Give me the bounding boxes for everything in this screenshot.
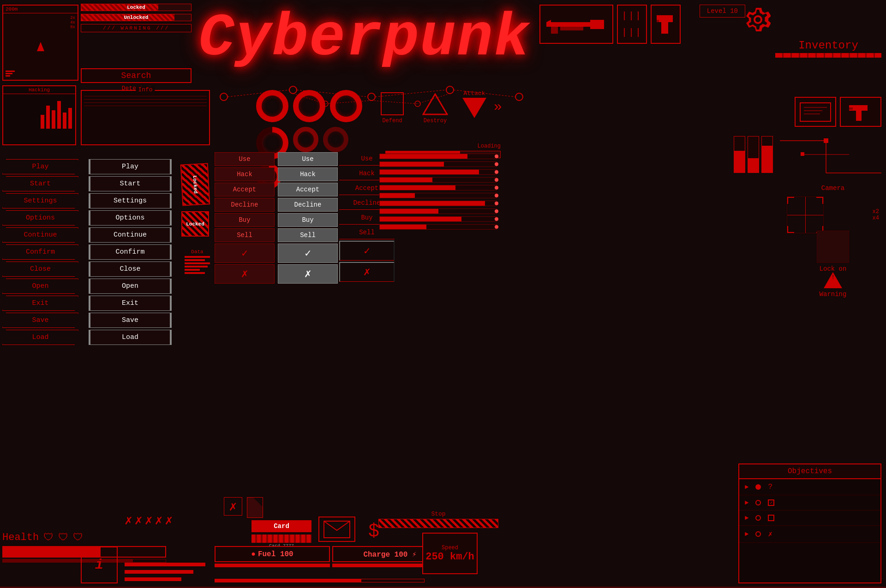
play-button-mid[interactable]: Play	[89, 159, 172, 174]
stop-area: Stop	[378, 511, 498, 528]
buy-button-dark[interactable]: Buy	[215, 213, 275, 227]
check-button-gray[interactable]: ✓	[278, 244, 338, 263]
options-button-mid[interactable]: Options	[89, 210, 172, 226]
obj-item-4: ► ✗	[739, 526, 880, 543]
open-button-mid[interactable]: Open	[89, 279, 172, 294]
card-area: ✗ Card Card 7777	[251, 520, 311, 549]
exit-button-mid[interactable]: Exit	[89, 296, 172, 311]
obj-arrow-icon-3: ►	[745, 514, 748, 522]
card-stripes	[251, 535, 311, 543]
check-button-dark[interactable]: ✓	[215, 244, 275, 263]
warning-text: Warning	[787, 291, 879, 298]
accept-button-gray[interactable]: Accept	[278, 183, 338, 196]
slider-2	[748, 136, 759, 173]
prog-bar-5	[379, 185, 497, 190]
locked-badge-2: Locked	[181, 211, 209, 237]
decline-button-dark[interactable]: Decline	[215, 198, 275, 212]
confirm-button-mid[interactable]: Confirm	[89, 244, 172, 260]
obj-checkbox-2	[768, 515, 774, 521]
sliders-panel	[734, 136, 773, 173]
play-button-left[interactable]: Play	[2, 159, 78, 174]
start-button-mid[interactable]: Start	[89, 176, 172, 191]
speed-value: 250 km/h	[425, 551, 474, 563]
continue-button-mid[interactable]: Continue	[89, 227, 172, 243]
load-button-left[interactable]: Load	[2, 330, 78, 345]
x-button-outline[interactable]: ✗	[339, 262, 395, 282]
chevrons: »	[494, 99, 502, 115]
envelope-icon	[323, 520, 351, 539]
hack-button-dark[interactable]: Hack	[215, 167, 275, 181]
warning-area: ! Warning	[787, 272, 879, 298]
x-button-dark[interactable]: ✗	[215, 264, 275, 284]
svg-marker-21	[546, 20, 551, 27]
accept-button-dark[interactable]: Accept	[215, 183, 275, 196]
data-badge: Data	[185, 249, 210, 275]
sell-button-gray[interactable]: Sell	[278, 228, 338, 242]
x-button-gray[interactable]: ✗	[278, 264, 338, 284]
close-button-left[interactable]: Close	[2, 261, 78, 277]
x-mark-5: ✗	[165, 512, 173, 528]
speed-area: Speed 250 km/h	[422, 533, 478, 574]
chevron-icon-1: »	[494, 99, 502, 115]
save-button-left[interactable]: Save	[2, 313, 78, 328]
svg-rect-20	[560, 27, 583, 30]
confirm-button-left[interactable]: Confirm	[2, 244, 78, 260]
attack-area: Attack	[461, 90, 487, 119]
decline-button-gray[interactable]: Decline	[278, 198, 338, 212]
ammo-icon: |||	[622, 11, 642, 21]
defend-icon	[381, 92, 404, 115]
use-button-dark[interactable]: Use	[215, 152, 275, 166]
svg-rect-31	[849, 107, 853, 110]
options-button-left[interactable]: Options	[2, 210, 78, 226]
save-button-mid[interactable]: Save	[89, 313, 172, 328]
svg-marker-15	[423, 94, 447, 114]
prog-bar-8	[379, 208, 497, 214]
minimap: 200m 2x 4x 8x	[2, 5, 78, 81]
fuel-sub-bar	[215, 564, 330, 567]
sell-button-dark[interactable]: Sell	[215, 228, 275, 242]
minimap-distance: 200m	[3, 6, 78, 13]
loading-label: Loading	[385, 143, 501, 149]
fuel-bar: ● Fuel 100	[215, 546, 330, 562]
close-button-mid[interactable]: Close	[89, 261, 172, 277]
check-button-outline[interactable]: ✓	[339, 241, 395, 261]
ring-3	[330, 90, 362, 122]
main-container: Cyberpunk Level 10 Inventory 200m 2x 4x …	[0, 0, 886, 588]
start-button-left[interactable]: Start	[2, 176, 78, 191]
card-button[interactable]: Card	[251, 520, 311, 532]
defend-label: Defend	[381, 118, 404, 124]
exit-button-left[interactable]: Exit	[2, 296, 78, 311]
gear-icon[interactable]	[745, 7, 771, 38]
btn-panel-dark: Use Hack Accept Decline Buy Sell ✓ ✗	[215, 152, 275, 284]
combat-icons: Defend Destroy	[381, 92, 448, 124]
settings-button-mid[interactable]: Settings	[89, 193, 172, 208]
x-mark-2: ✗	[135, 512, 143, 528]
x-mark-4: ✗	[155, 512, 163, 528]
health-label: Health	[2, 532, 39, 543]
ring-1	[256, 90, 288, 122]
btn-panel-gray: Use Hack Accept Decline Buy Sell ✓ ✗	[278, 152, 338, 284]
stop-bar	[378, 519, 498, 528]
hack-button-gray[interactable]: Hack	[278, 167, 338, 181]
buy-button-gray[interactable]: Buy	[278, 213, 338, 227]
use-button-gray[interactable]: Use	[278, 152, 338, 166]
obj-dot-2	[755, 500, 761, 505]
settings-button-left[interactable]: Settings	[2, 193, 78, 208]
x-close-icon[interactable]: ✗	[224, 497, 242, 516]
load-button-mid[interactable]: Load	[89, 330, 172, 345]
info-button[interactable]: i	[81, 546, 118, 583]
progress-bars-panel	[379, 154, 497, 232]
svg-rect-18	[590, 20, 604, 29]
locked-bar: Locked	[81, 4, 192, 11]
ring-5	[293, 127, 318, 152]
open-button-left[interactable]: Open	[2, 279, 78, 294]
stop-label: Stop	[378, 511, 498, 517]
mail-icon[interactable]	[318, 517, 355, 542]
ring-6	[323, 127, 348, 152]
continue-button-left[interactable]: Continue	[2, 227, 78, 243]
fuel-bar-area: ● Fuel 100	[215, 546, 330, 567]
obj-dot-4	[755, 531, 761, 537]
prog-bar-4	[379, 177, 497, 183]
search-box[interactable]: Search	[81, 68, 192, 83]
btn-panel-left: Play Start Settings Options Continue Con…	[2, 159, 78, 347]
